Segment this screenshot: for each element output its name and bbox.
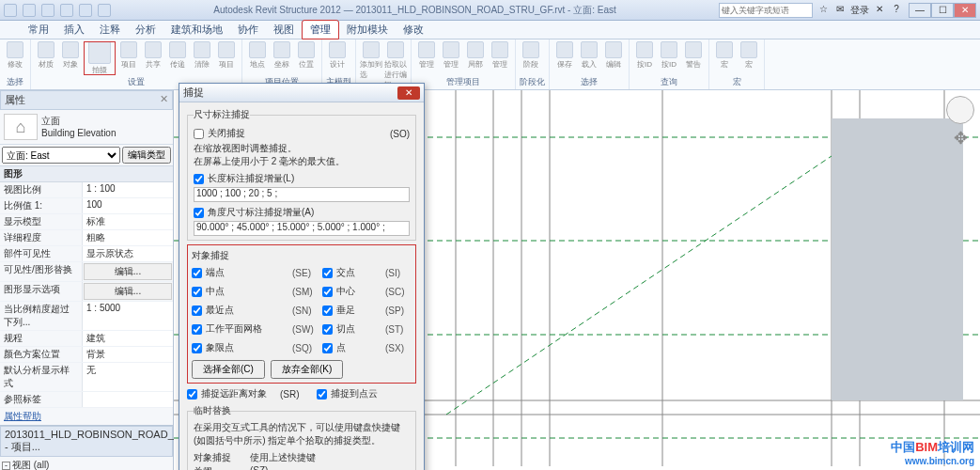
ribbon-item[interactable]: 保存 xyxy=(553,41,576,75)
ribbon-item[interactable]: 修改 xyxy=(4,41,26,75)
obj-snap-checkbox[interactable] xyxy=(322,324,333,335)
obj-snap-checkbox[interactable] xyxy=(192,287,202,297)
instance-selector[interactable]: 立面: East xyxy=(2,147,120,164)
tree-root[interactable]: 视图 (all) xyxy=(12,460,49,470)
ribbon-item[interactable]: 按ID xyxy=(658,41,680,75)
ribbon-item[interactable]: 按ID xyxy=(633,41,656,75)
ribbon-item[interactable]: 坐标 xyxy=(271,41,293,75)
prop-value[interactable]: 100 xyxy=(83,198,173,213)
dialog-close-icon[interactable]: ✕ xyxy=(397,86,420,100)
tab[interactable]: 插入 xyxy=(56,21,92,39)
prop-value[interactable]: 编辑... xyxy=(84,263,172,280)
qat-print-icon[interactable] xyxy=(98,4,111,17)
select-all-button[interactable]: 选择全部(C) xyxy=(192,360,265,379)
obj-snap-checkbox[interactable] xyxy=(192,268,202,278)
ribbon-item[interactable]: 设计 xyxy=(326,41,349,75)
ribbon-item[interactable]: 阶段 xyxy=(520,41,542,75)
maximize-button[interactable]: ☐ xyxy=(931,3,954,18)
dialog-titlebar[interactable]: 捕捉 ✕ xyxy=(179,84,424,102)
prop-value[interactable]: 粗略 xyxy=(83,230,173,245)
subscription-icon[interactable]: ☆ xyxy=(817,4,830,17)
ribbon-item[interactable]: 警告 xyxy=(682,41,705,75)
tab-active[interactable]: 管理 xyxy=(302,20,339,39)
ribbon-item[interactable]: 对象 xyxy=(59,41,82,75)
qat-save-icon[interactable] xyxy=(41,4,54,17)
far-snap-checkbox[interactable] xyxy=(187,389,197,400)
tab[interactable]: 附加模块 xyxy=(339,21,396,39)
ribbon-item-label: 共享 xyxy=(146,59,161,70)
tab[interactable]: 修改 xyxy=(396,21,431,39)
ang-snap-checkbox[interactable] xyxy=(194,208,204,218)
ribbon-item[interactable]: 编辑 xyxy=(602,41,625,75)
obj-snap-checkbox[interactable] xyxy=(192,306,202,316)
edit-type-button[interactable]: 编辑类型 xyxy=(122,147,171,164)
obj-snap-checkbox[interactable] xyxy=(322,306,333,316)
ribbon-item[interactable]: 拍摄 xyxy=(84,41,116,75)
len-snap-checkbox[interactable] xyxy=(194,174,204,184)
obj-snap-checkbox[interactable] xyxy=(192,324,202,335)
obj-snap-checkbox[interactable] xyxy=(322,287,333,297)
prop-value[interactable]: 无 xyxy=(83,363,173,391)
properties-help-link[interactable]: 属性帮助 xyxy=(0,408,173,425)
type-selector[interactable]: 立面 Building Elevation xyxy=(0,110,173,145)
expand-icon[interactable]: - xyxy=(2,462,10,470)
ribbon-icon xyxy=(636,41,653,58)
prop-value[interactable]: 1 : 5000 xyxy=(83,302,173,330)
close-button[interactable]: ✕ xyxy=(954,3,976,18)
snap-off-checkbox[interactable] xyxy=(194,129,204,139)
ribbon-icon xyxy=(329,41,346,58)
tab[interactable]: 建筑和场地 xyxy=(163,21,230,39)
ribbon-item[interactable]: 材质 xyxy=(35,41,57,75)
obj-snap-checkbox[interactable] xyxy=(192,343,202,353)
login-label[interactable]: 登录 xyxy=(850,4,869,17)
ribbon-item[interactable]: 传递 xyxy=(166,41,189,75)
prop-value[interactable]: 显示原状态 xyxy=(83,246,173,261)
ribbon-item[interactable]: 位置 xyxy=(295,41,318,75)
ribbon-item[interactable]: 载入 xyxy=(578,41,600,75)
obj-snap-checkbox[interactable] xyxy=(322,268,333,278)
ribbon-item[interactable]: 管理 xyxy=(415,41,438,75)
communicate-icon[interactable]: ✉ xyxy=(833,4,847,17)
prop-value[interactable] xyxy=(83,392,173,407)
nav-arrows-icon[interactable]: ✥ xyxy=(946,128,974,156)
ribbon-item[interactable]: 宏 xyxy=(713,41,736,75)
qat-open-icon[interactable] xyxy=(23,4,36,17)
help-search-input[interactable] xyxy=(719,3,813,18)
ribbon-item[interactable]: 局部 xyxy=(464,41,487,75)
ribbon-item[interactable]: 地点 xyxy=(246,41,269,75)
ribbon-item[interactable]: 共享 xyxy=(142,41,164,75)
qat-redo-icon[interactable] xyxy=(79,4,92,17)
ribbon-item[interactable]: 清除 xyxy=(191,41,213,75)
qat-undo-icon[interactable] xyxy=(60,4,73,17)
exchange-icon[interactable]: ✕ xyxy=(873,4,886,17)
prop-value[interactable]: 标准 xyxy=(83,214,173,229)
tab[interactable]: 视图 xyxy=(266,21,302,39)
prop-value[interactable]: 1 : 100 xyxy=(83,182,173,197)
ribbon-item[interactable]: 项目 xyxy=(117,41,140,75)
ribbon-item[interactable]: 管理 xyxy=(489,41,511,75)
ribbon-item[interactable]: 项目 xyxy=(215,41,238,75)
properties-close-icon[interactable]: ✕ xyxy=(160,93,168,107)
help-icon[interactable]: ? xyxy=(890,4,903,17)
ptcloud-checkbox[interactable] xyxy=(317,389,327,400)
app-icon[interactable] xyxy=(4,4,17,17)
len-snap-input[interactable]: 1000 ; 100 ; 20 ; 5 ; xyxy=(194,187,410,202)
ribbon-item[interactable]: 管理 xyxy=(440,41,462,75)
tab[interactable]: 协作 xyxy=(230,21,266,39)
prop-value[interactable]: 编辑... xyxy=(84,283,172,300)
ribbon-icon xyxy=(120,41,137,58)
tab[interactable]: 常用 xyxy=(21,21,56,39)
temp-override-desc: 在采用交互式工具的情况下，可以使用键盘快捷键 (如圆括号中所示) 指定单个拾取的… xyxy=(194,421,410,447)
tab[interactable]: 分析 xyxy=(128,21,163,39)
tab[interactable]: 注释 xyxy=(92,21,128,39)
type-sub: Building Elevation xyxy=(41,127,117,139)
project-tree[interactable]: -视图 (all) -楼层平面 (Floor Plan) -1F-2F-3F-G… xyxy=(0,457,173,470)
prop-value[interactable]: 建筑 xyxy=(83,331,173,346)
ang-snap-input[interactable]: 90.000° ; 45.000° ; 15.000° ; 5.000° ; 1… xyxy=(194,221,410,236)
discard-all-button[interactable]: 放弃全部(K) xyxy=(271,360,343,379)
nav-wheel-icon[interactable] xyxy=(946,96,974,124)
obj-snap-checkbox[interactable] xyxy=(322,343,333,353)
ribbon-item[interactable]: 宏 xyxy=(738,41,760,75)
prop-value[interactable]: 背景 xyxy=(83,347,173,362)
minimize-button[interactable]: — xyxy=(909,3,931,18)
